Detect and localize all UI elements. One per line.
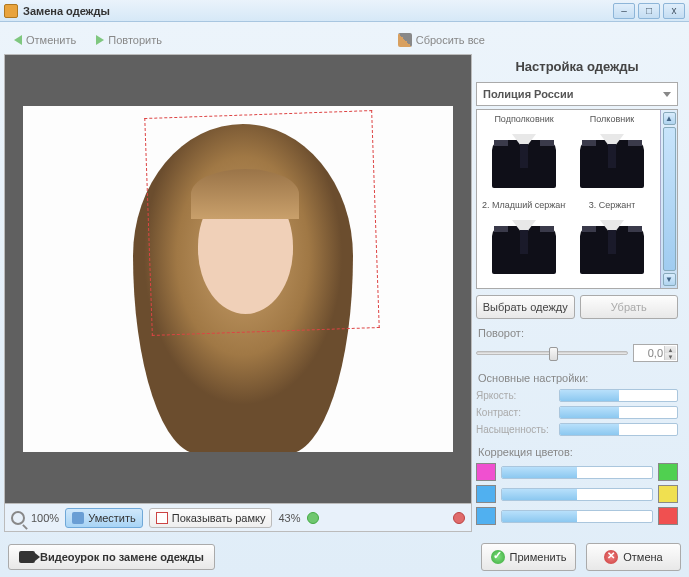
uniform-thumbnail xyxy=(484,212,564,274)
title-bar: Замена одежды – □ x xyxy=(0,0,689,22)
brightness-label: Яркость: xyxy=(476,390,554,401)
opacity-up-button[interactable] xyxy=(307,512,319,524)
gallery-item[interactable]: Полковник xyxy=(570,114,654,198)
color-swatch-magenta[interactable] xyxy=(476,463,496,481)
color-slider-2[interactable] xyxy=(501,488,653,501)
minimize-button[interactable]: – xyxy=(613,3,635,19)
remove-clothing-button[interactable]: Убрать xyxy=(580,295,679,319)
item-label: Подполковник xyxy=(494,114,553,124)
undo-button[interactable]: Отменить xyxy=(9,31,81,49)
fit-button[interactable]: Уместить xyxy=(65,508,143,528)
basic-settings-label: Основные настройки: xyxy=(478,372,678,384)
uniform-thumbnail xyxy=(572,126,652,188)
contrast-slider[interactable] xyxy=(559,406,678,419)
spin-down[interactable]: ▼ xyxy=(664,353,676,360)
uniform-thumbnail xyxy=(572,212,652,274)
window-title: Замена одежды xyxy=(23,5,613,17)
app-icon xyxy=(4,4,18,18)
rotation-slider[interactable] xyxy=(476,351,628,355)
zoom-icon xyxy=(11,511,25,525)
color-slider-1[interactable] xyxy=(501,466,653,479)
show-frame-label: Показывать рамку xyxy=(172,512,266,524)
reset-icon xyxy=(398,33,412,47)
category-dropdown[interactable]: Полиция России xyxy=(476,82,678,106)
frame-icon xyxy=(156,512,168,524)
spin-up[interactable]: ▲ xyxy=(664,346,676,353)
apply-label: Применить xyxy=(510,551,567,563)
color-swatch-red[interactable] xyxy=(658,507,678,525)
opacity-down-button[interactable] xyxy=(453,512,465,524)
camera-icon xyxy=(19,551,35,563)
check-icon xyxy=(491,550,505,564)
cancel-icon xyxy=(604,550,618,564)
chevron-down-icon xyxy=(663,92,671,97)
redo-button[interactable]: Повторить xyxy=(91,31,167,49)
reset-label: Сбросить все xyxy=(416,34,485,46)
color-correction-label: Коррекция цветов: xyxy=(478,446,678,458)
fit-label: Уместить xyxy=(88,512,136,524)
color-swatch-blue[interactable] xyxy=(476,485,496,503)
show-frame-button[interactable]: Показывать рамку xyxy=(149,508,273,528)
rotation-spinbox[interactable]: 0,0 ▲▼ xyxy=(633,344,678,362)
rotation-label: Поворот: xyxy=(478,327,678,339)
photo xyxy=(23,106,453,452)
settings-title: Настройка одежды xyxy=(476,54,678,82)
redo-label: Повторить xyxy=(108,34,162,46)
bottom-bar: Видеоурок по замене одежды Применить Отм… xyxy=(8,543,681,571)
color-swatch-blue2[interactable] xyxy=(476,507,496,525)
scroll-down-button[interactable]: ▼ xyxy=(663,273,676,286)
saturation-slider[interactable] xyxy=(559,423,678,436)
main-toolbar: Отменить Повторить Сбросить все xyxy=(4,26,685,54)
gallery-item[interactable]: 2. Младший сержант xyxy=(482,200,566,284)
apply-button[interactable]: Применить xyxy=(481,543,576,571)
video-tutorial-button[interactable]: Видеоурок по замене одежды xyxy=(8,544,215,570)
opacity-value: 43% xyxy=(278,512,300,524)
item-label: 3. Сержант xyxy=(589,200,636,210)
close-button[interactable]: x xyxy=(663,3,685,19)
item-label: Полковник xyxy=(590,114,634,124)
canvas-area[interactable] xyxy=(5,55,471,503)
color-slider-3[interactable] xyxy=(501,510,653,523)
scroll-thumb[interactable] xyxy=(663,127,676,271)
undo-label: Отменить xyxy=(26,34,76,46)
gallery-item[interactable]: Подполковник xyxy=(482,114,566,198)
redo-icon xyxy=(96,35,104,45)
cancel-label: Отмена xyxy=(623,551,662,563)
undo-icon xyxy=(14,35,22,45)
color-swatch-green[interactable] xyxy=(658,463,678,481)
saturation-label: Насыщенность: xyxy=(476,424,554,435)
contrast-label: Контраст: xyxy=(476,407,554,418)
scroll-up-button[interactable]: ▲ xyxy=(663,112,676,125)
item-label: 2. Младший сержант xyxy=(482,200,566,210)
clothing-gallery: Подполковник Полковник 2. Младший сержан… xyxy=(476,109,678,289)
rotation-value: 0,0 xyxy=(648,347,663,359)
person-image xyxy=(103,124,383,452)
choose-clothing-button[interactable]: Выбрать одежду xyxy=(476,295,575,319)
gallery-item[interactable]: 3. Сержант xyxy=(570,200,654,284)
zoom-percent: 100% xyxy=(31,512,59,524)
brightness-slider[interactable] xyxy=(559,389,678,402)
video-label: Видеоурок по замене одежды xyxy=(40,551,204,563)
reset-all-button[interactable]: Сбросить все xyxy=(393,30,490,50)
cancel-button[interactable]: Отмена xyxy=(586,543,681,571)
maximize-button[interactable]: □ xyxy=(638,3,660,19)
color-swatch-yellow[interactable] xyxy=(658,485,678,503)
settings-panel: Настройка одежды Полиция России Подполко… xyxy=(476,54,678,532)
uniform-thumbnail xyxy=(484,126,564,188)
canvas-panel: 100% Уместить Показывать рамку 43% xyxy=(4,54,472,532)
gallery-scrollbar[interactable]: ▲ ▼ xyxy=(660,110,677,288)
category-value: Полиция России xyxy=(483,88,574,100)
fit-icon xyxy=(72,512,84,524)
zoom-bar: 100% Уместить Показывать рамку 43% xyxy=(5,503,471,531)
